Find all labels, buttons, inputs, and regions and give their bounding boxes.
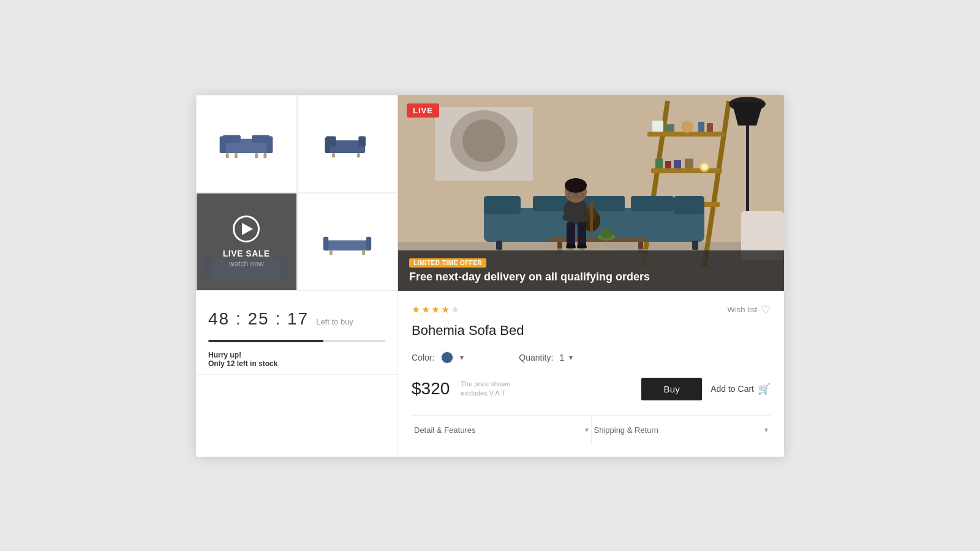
star-4: ★ [441, 304, 450, 315]
star-3: ★ [431, 304, 440, 315]
color-swatch[interactable] [440, 351, 454, 364]
timer-display: 48 : 25 : 17 [208, 309, 309, 329]
thumbnail-2[interactable] [297, 95, 398, 193]
quantity-dropdown-arrow[interactable]: ▾ [569, 353, 573, 362]
svg-point-43 [701, 164, 707, 170]
add-to-cart-label: Add to Cart [710, 384, 754, 394]
svg-rect-6 [235, 153, 238, 158]
detail-features-chevron: ▾ [585, 425, 589, 434]
thumbnail-4[interactable] [297, 193, 398, 291]
svg-rect-33 [652, 121, 663, 132]
svg-rect-18 [324, 240, 370, 250]
svg-rect-69 [567, 222, 575, 247]
svg-rect-53 [496, 241, 502, 250]
svg-rect-55 [548, 237, 646, 242]
svg-rect-7 [255, 153, 258, 158]
wishlist-button[interactable]: Wish list ♡ [728, 303, 771, 317]
timer-sep2: : [275, 309, 287, 328]
svg-rect-52 [674, 196, 704, 214]
wishlist-label: Wish list [728, 305, 757, 314]
product-title: Bohemia Sofa Bed [412, 323, 771, 339]
svg-rect-11 [358, 136, 366, 146]
buy-button[interactable]: Buy [641, 378, 702, 400]
thumbnail-1[interactable] [196, 95, 297, 193]
progress-bar-wrapper [208, 340, 385, 342]
shipping-return-chevron: ▾ [764, 425, 768, 434]
page-container: LIVE SALE watch now [196, 95, 784, 457]
promo-text: Free next-day delivery on all qualifying… [409, 271, 773, 283]
svg-rect-37 [707, 123, 713, 132]
action-buttons: Buy Add to Cart 🛒 [641, 378, 771, 400]
right-panel: LIVE LIMITED TIME OFFER Free next-day de… [398, 95, 784, 457]
cart-icon: 🛒 [758, 383, 771, 395]
svg-rect-13 [332, 153, 335, 158]
svg-point-27 [462, 119, 505, 162]
add-to-cart-button[interactable]: Add to Cart 🛒 [710, 383, 771, 395]
svg-rect-41 [685, 159, 693, 168]
svg-rect-39 [665, 161, 671, 168]
price-row: $320 The price shown excludes V.A.T Buy … [412, 378, 771, 400]
svg-point-59 [600, 228, 612, 238]
quantity-label: Quantity: [519, 353, 553, 362]
quantity-value: 1 [559, 353, 564, 362]
hurry-text: Hurry up! [208, 351, 241, 359]
svg-rect-12 [325, 137, 330, 153]
svg-rect-21 [330, 250, 333, 255]
play-button[interactable] [233, 216, 260, 242]
accordion-shipping-return[interactable]: Shipping & Return ▾ [592, 416, 771, 444]
star-5: ★ [451, 304, 459, 315]
svg-rect-3 [220, 136, 226, 153]
timer-section: 48 : 25 : 17 Left to buy Hurry up! Only … [196, 291, 398, 375]
product-info: ★ ★ ★ ★ ★ Wish list ♡ Bohemia Sofa Bed [398, 291, 784, 457]
progress-bar-fill [208, 340, 323, 342]
color-dropdown-arrow[interactable]: ▾ [460, 353, 464, 362]
timer-sep1: : [236, 309, 248, 328]
thumbnail-grid: LIVE SALE watch now [196, 95, 398, 291]
star-rating: ★ ★ ★ ★ ★ [412, 304, 459, 315]
svg-rect-8 [264, 153, 267, 158]
svg-rect-16 [203, 255, 213, 279]
main-layout: LIVE SALE watch now [196, 95, 784, 457]
live-sale-thumbnail[interactable]: LIVE SALE watch now [196, 193, 297, 291]
svg-rect-70 [578, 222, 586, 247]
svg-rect-48 [484, 196, 521, 214]
svg-rect-38 [655, 159, 663, 168]
detail-features-label: Detail & Features [414, 425, 475, 435]
live-badge: LIVE [407, 103, 439, 118]
svg-rect-19 [323, 236, 328, 250]
color-option-group: Color: ▾ [412, 351, 464, 364]
svg-rect-17 [280, 255, 289, 279]
star-1: ★ [412, 304, 420, 315]
options-row: Color: ▾ Quantity: 1 ▾ [412, 351, 771, 364]
stock-count: 12 [227, 359, 235, 368]
svg-point-35 [681, 121, 693, 133]
svg-rect-34 [666, 124, 674, 132]
svg-rect-20 [366, 236, 371, 250]
product-price: $320 [412, 379, 450, 399]
star-2: ★ [421, 304, 430, 315]
shipping-return-label: Shipping & Return [594, 425, 659, 435]
heart-icon: ♡ [761, 303, 771, 317]
timer-label: Left to buy [316, 317, 353, 326]
promo-banner: LIMITED TIME OFFER Free next-day deliver… [398, 250, 784, 291]
hero-image: LIVE LIMITED TIME OFFER Free next-day de… [398, 95, 784, 291]
play-triangle-icon [242, 223, 253, 235]
svg-rect-51 [631, 196, 674, 211]
svg-rect-5 [226, 153, 229, 158]
timer-row: 48 : 25 : 17 Left to buy [208, 309, 385, 329]
timer-hours: 48 [208, 309, 230, 328]
svg-rect-15 [206, 260, 286, 279]
svg-point-62 [565, 178, 587, 193]
svg-rect-14 [357, 153, 360, 158]
stock-info: Hurry up! Only 12 left in stock [208, 351, 385, 368]
quantity-selector[interactable]: 1 ▾ [559, 353, 573, 362]
rating-row: ★ ★ ★ ★ ★ Wish list ♡ [412, 303, 771, 317]
quantity-option-group: Quantity: 1 ▾ [519, 353, 573, 362]
stock-suffix: left in stock [237, 359, 278, 368]
promo-label: LIMITED TIME OFFER [409, 258, 486, 268]
accordion-detail-features[interactable]: Detail & Features ▾ [412, 416, 592, 444]
svg-rect-31 [651, 168, 722, 173]
timer-seconds: 17 [287, 309, 309, 328]
stock-prefix: Only [208, 359, 225, 368]
svg-rect-40 [674, 160, 681, 168]
